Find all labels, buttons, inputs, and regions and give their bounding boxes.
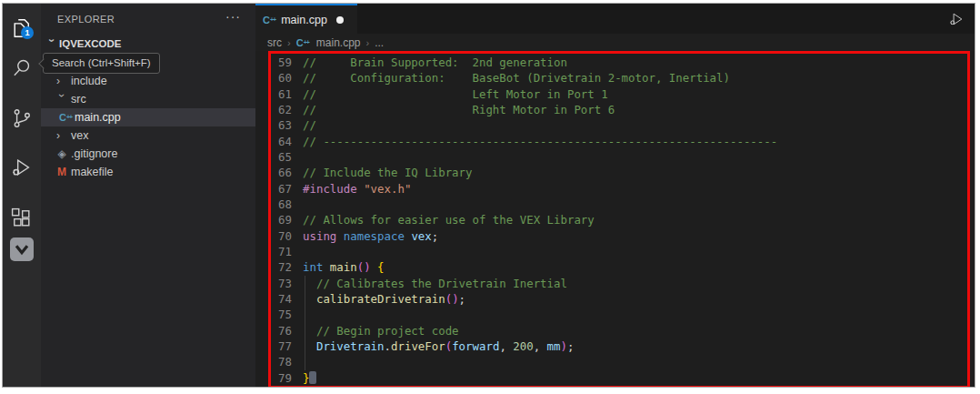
- line-number[interactable]: 75: [268, 307, 292, 322]
- code-line-content: [292, 354, 970, 369]
- makefile-file-icon: M: [57, 166, 66, 178]
- chevron-right-icon: ›: [56, 126, 67, 145]
- line-number[interactable]: 78: [268, 354, 292, 369]
- code-line[interactable]: 61// Left Motor in Port 1: [268, 86, 970, 102]
- line-number[interactable]: 59: [268, 55, 292, 70]
- line-number[interactable]: 74: [268, 291, 292, 307]
- project-root-label: IQVEXCODE: [59, 35, 121, 53]
- code-line[interactable]: 76 // Begin project code: [268, 323, 970, 338]
- line-number[interactable]: 65: [268, 149, 292, 165]
- text-cursor: [309, 371, 316, 384]
- line-number[interactable]: 76: [268, 323, 292, 338]
- line-number[interactable]: 60: [268, 70, 292, 86]
- project-root-item[interactable]: › IQVEXCODE: [41, 35, 255, 53]
- vex-extension-icon[interactable]: [9, 237, 35, 262]
- search-icon[interactable]: [9, 56, 35, 81]
- file-icon-slot: ◈: [55, 145, 69, 163]
- code-line-content: // Include the IQ Library: [292, 165, 970, 180]
- code-line[interactable]: 74 calibrateDrivetrain();: [268, 291, 970, 307]
- file-tree: ›include›srcC++main.cpp›vex◈.gitignoreMm…: [41, 72, 255, 181]
- line-number[interactable]: 61: [268, 86, 292, 102]
- file-tree-item-vex[interactable]: ›vex: [41, 126, 255, 145]
- breadcrumb-item[interactable]: main.cpp: [316, 36, 361, 49]
- breadcrumb-separator-icon: ›: [366, 37, 370, 48]
- file-tree-item-main-cpp[interactable]: C++main.cpp: [41, 108, 255, 126]
- source-control-icon[interactable]: [9, 106, 35, 131]
- breadcrumb-item[interactable]: ...: [375, 36, 384, 49]
- code-line-content: [292, 149, 970, 165]
- cpp-file-icon: C++: [296, 37, 309, 48]
- chevron-right-icon: ›: [56, 72, 67, 90]
- line-number[interactable]: 62: [268, 102, 292, 117]
- sidebar-title: EXPLORER: [57, 14, 115, 25]
- code-line-content: using namespace vex;: [292, 228, 970, 244]
- tab-main-cpp[interactable]: C++ main.cpp: [255, 4, 357, 34]
- vscode-window: 1: [2, 3, 975, 388]
- code-line[interactable]: 78: [268, 354, 970, 369]
- file-tree-item-src[interactable]: ›src: [41, 90, 255, 108]
- chevron-down-icon: ›: [43, 39, 60, 50]
- line-number[interactable]: 68: [268, 197, 292, 212]
- file-tree-item-include[interactable]: ›include: [41, 72, 255, 90]
- code-line[interactable]: 79}: [268, 370, 970, 386]
- line-number[interactable]: 64: [268, 134, 292, 149]
- extensions-icon[interactable]: [9, 206, 35, 231]
- more-actions-icon[interactable]: ···: [225, 9, 241, 24]
- code-line[interactable]: 65: [268, 149, 970, 165]
- code-line[interactable]: 71: [268, 244, 970, 259]
- file-label: include: [71, 72, 107, 90]
- editor-area: C++ main.cpp src›C++main.cpp›... 59// Br…: [255, 4, 975, 387]
- tab-label: main.cpp: [281, 14, 327, 26]
- modified-dot-icon[interactable]: [336, 16, 344, 24]
- line-number[interactable]: 72: [268, 259, 292, 275]
- line-number[interactable]: 63: [268, 117, 292, 133]
- code-line[interactable]: 73 // Calibrates the Drivetrain Inertial: [268, 276, 970, 291]
- line-number[interactable]: 73: [268, 276, 292, 291]
- code-line[interactable]: 62// Right Motor in Port 6: [268, 102, 970, 117]
- file-tree-item-makefile[interactable]: Mmakefile: [41, 163, 255, 181]
- cpp-file-icon: C++: [296, 36, 313, 49]
- code-line-content: // Allows for easier use of the VEX Libr…: [292, 212, 970, 227]
- code-line[interactable]: 72int main() {: [268, 259, 970, 275]
- line-number[interactable]: 66: [268, 165, 292, 180]
- line-number[interactable]: 71: [268, 244, 292, 259]
- breadcrumb: src›C++main.cpp›...: [255, 34, 975, 51]
- code-line[interactable]: 69// Allows for easier use of the VEX Li…: [268, 212, 970, 227]
- line-number[interactable]: 77: [268, 338, 292, 354]
- run-or-debug-button[interactable]: [945, 8, 967, 30]
- code-line[interactable]: 70using namespace vex;: [268, 228, 970, 244]
- breadcrumb-item[interactable]: src: [267, 36, 282, 49]
- code-line[interactable]: 68: [268, 197, 970, 212]
- chevron-down-icon: ›: [53, 94, 71, 105]
- code-line[interactable]: 66// Include the IQ Library: [268, 165, 970, 180]
- line-number[interactable]: 70: [268, 228, 292, 244]
- code-line-content: [292, 244, 970, 259]
- code-line-content: // Right Motor in Port 6: [292, 102, 970, 117]
- code-line-content: Drivetrain.driveFor(forward, 200, mm);: [292, 338, 970, 354]
- code-line[interactable]: 64// -----------------------------------…: [268, 134, 970, 149]
- code-line[interactable]: 77 Drivetrain.driveFor(forward, 200, mm)…: [268, 338, 970, 354]
- cpp-file-icon: C++: [59, 112, 72, 123]
- line-number[interactable]: 79: [268, 370, 292, 386]
- code-line[interactable]: 75: [268, 307, 970, 322]
- activity-bar: 1: [3, 4, 41, 387]
- file-label: main.cpp: [75, 108, 121, 126]
- code-line-content: // -------------------------------------…: [292, 134, 970, 149]
- code-line-content: // Configuration: BaseBot (Drivetrain 2-…: [292, 70, 970, 86]
- file-label: src: [71, 90, 86, 108]
- line-number[interactable]: 69: [268, 212, 292, 227]
- code-line[interactable]: 67#include "vex.h": [268, 181, 970, 197]
- code-line-content: [292, 307, 970, 322]
- search-tooltip: Search (Ctrl+Shift+F): [43, 53, 160, 74]
- run-debug-icon[interactable]: [9, 155, 35, 180]
- explorer-icon[interactable]: 1: [9, 15, 35, 41]
- file-tree-item-gitignore[interactable]: ◈.gitignore: [41, 145, 255, 163]
- code-line[interactable]: 63//: [268, 117, 970, 133]
- line-number[interactable]: 67: [268, 181, 292, 197]
- code-line[interactable]: 59// Brain Supported: 2nd generation: [268, 55, 970, 70]
- breadcrumb-separator-icon: ›: [287, 37, 291, 48]
- code-line-content: // Left Motor in Port 1: [292, 86, 970, 102]
- code-editor[interactable]: 59// Brain Supported: 2nd generation60//…: [268, 51, 970, 387]
- vex-logo: [10, 237, 34, 261]
- code-line[interactable]: 60// Configuration: BaseBot (Drivetrain …: [268, 70, 970, 86]
